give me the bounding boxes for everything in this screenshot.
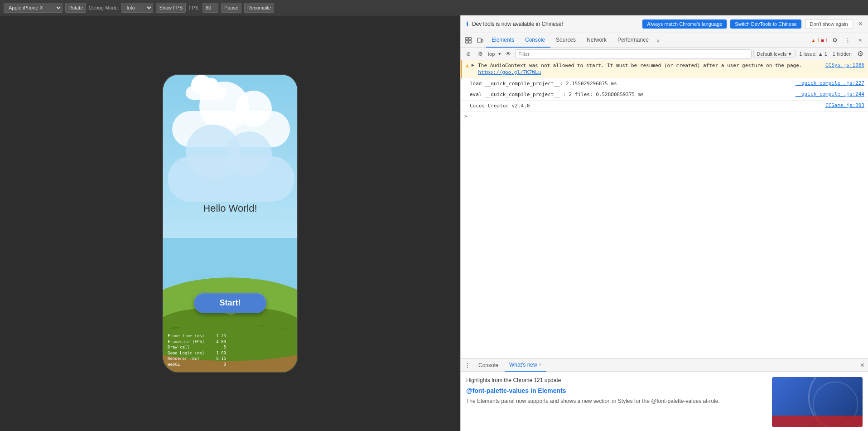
console-gear-icon[interactable]: ⚙ xyxy=(855,49,865,59)
cocos-source[interactable]: CCGame.js:393 xyxy=(825,102,864,108)
console-expand-row[interactable]: > xyxy=(461,111,868,122)
tab-network[interactable]: Network xyxy=(581,33,612,48)
debug-mode-label: Debug Mode: xyxy=(89,5,119,10)
fps-value-display: 60 xyxy=(203,3,218,13)
framerate-value: 4.83 xyxy=(212,339,226,345)
expand-arrow[interactable]: > xyxy=(464,113,468,119)
tab-console[interactable]: Console xyxy=(520,33,550,48)
match-language-button[interactable]: Always match Chrome's language xyxy=(642,19,727,29)
default-levels-button[interactable]: Default levels ▼ xyxy=(753,50,796,58)
svg-rect-17 xyxy=(469,41,471,43)
drawer-header: ⋮ Console What's new × × xyxy=(461,359,868,372)
audio-warning-link[interactable]: https://goo.gl/7K7WLu xyxy=(478,69,541,75)
svg-rect-15 xyxy=(469,38,471,40)
expand-icon[interactable]: ▶ xyxy=(472,62,475,68)
renderer-value: 0.15 xyxy=(212,356,226,362)
recompile-button[interactable]: Recompile xyxy=(244,3,274,13)
game-scene[interactable]: Hello World! xyxy=(163,75,297,372)
tab-elements[interactable]: Elements xyxy=(486,33,520,48)
fps-stats-overlay: Frame time (ms) 1.25 Framerate (FPS) 4.8… xyxy=(168,333,226,368)
webgl-label: WebGL xyxy=(168,362,211,368)
game-logic-label: Game Logic (ms) xyxy=(168,350,211,356)
console-filter-input[interactable] xyxy=(515,49,752,58)
drawer-close-icon[interactable]: × xyxy=(860,361,864,369)
whats-new-thumbnail xyxy=(772,377,863,427)
console-settings-icon[interactable]: ⚙ xyxy=(475,49,485,59)
cloud-lower xyxy=(168,156,294,202)
notification-close-icon[interactable]: × xyxy=(858,20,863,28)
renderer-label: Renderer (ms) xyxy=(168,356,211,362)
clear-console-icon[interactable]: ⊘ xyxy=(463,49,473,59)
top-context-label: top xyxy=(488,51,495,57)
tab-sources[interactable]: Sources xyxy=(550,33,581,48)
settings-icon[interactable]: ⚙ xyxy=(829,34,841,46)
more-options-icon[interactable]: ⋮ xyxy=(842,34,854,46)
main-area: Hello World! xyxy=(0,15,868,431)
hello-world-text: Hello World! xyxy=(203,203,257,214)
phone-screen: Hello World! xyxy=(163,75,297,372)
console-message-eval: eval __quick_compile_project__ : 2 files… xyxy=(461,89,868,100)
pause-button[interactable]: Pause xyxy=(221,3,241,13)
eval-text: eval __quick_compile_project__ : 2 files… xyxy=(470,91,793,98)
tabs-more-button[interactable]: » xyxy=(654,38,662,43)
top-dropdown-icon[interactable]: ▼ xyxy=(497,52,502,56)
thumb-red-bar xyxy=(772,416,863,427)
device-toggle-icon[interactable] xyxy=(474,34,486,46)
drawer-tab-whats-new[interactable]: What's new × xyxy=(505,359,546,372)
eval-source[interactable]: __quick_compile_.js:244 xyxy=(796,91,864,97)
svg-rect-18 xyxy=(477,38,481,43)
console-toolbar: ⊘ ⚙ top ▼ 👁 Default levels ▼ 1 Issue: ▲ … xyxy=(461,48,868,60)
console-message-cocos: Cocos Creator v2.4.0 CCGame.js:393 xyxy=(461,101,868,111)
console-eye-icon[interactable]: 👁 xyxy=(503,49,513,59)
drawer-tab-console[interactable]: Console xyxy=(474,359,503,372)
fps-stat-renderer: Renderer (ms) 0.15 xyxy=(168,356,226,362)
device-select[interactable]: Apple iPhone X xyxy=(4,3,63,13)
switch-devtools-button[interactable]: Switch DevTools to Chinese xyxy=(730,19,801,29)
warning-badge: ▲ 1 xyxy=(811,38,820,43)
simulator-area: Hello World! xyxy=(0,15,460,431)
svg-rect-19 xyxy=(482,39,483,42)
load-source[interactable]: __quick_compile_.js:227 xyxy=(796,80,864,86)
console-message-load: load __quick_compile_project__: 2.155029… xyxy=(461,78,868,89)
fps-stat-framerate: Framerate (FPS) 4.83 xyxy=(168,339,226,345)
draw-call-label: Draw call xyxy=(168,344,211,350)
start-button[interactable]: Start! xyxy=(194,293,266,313)
rotate-button[interactable]: Rotate xyxy=(65,3,86,13)
debug-mode-select[interactable]: Info xyxy=(121,3,153,13)
whats-new-tab-close-icon[interactable]: × xyxy=(539,362,542,367)
console-message-audio: ▲ ▶ The AudioContext was not allowed to … xyxy=(461,60,868,78)
devtools-close-main-icon[interactable]: × xyxy=(854,34,866,46)
fps-stat-frame-time: Frame time (ms) 1.25 xyxy=(168,333,226,339)
show-fps-button[interactable]: Show FPS xyxy=(156,3,186,13)
framerate-label: Framerate (FPS) xyxy=(168,339,211,345)
audio-warning-source[interactable]: CCSys.js:1086 xyxy=(825,62,864,68)
simulator-toolbar: Apple iPhone X Rotate Debug Mode: Info S… xyxy=(0,0,868,15)
svg-rect-16 xyxy=(466,41,468,43)
drawer-content: Highlights from the Chrome 121 update @f… xyxy=(461,372,868,431)
devtools-drawer: ⋮ Console What's new × × Highlights from… xyxy=(461,358,868,431)
fps-label: FPS: xyxy=(188,5,199,10)
warning-icon: ▲ xyxy=(466,63,469,68)
devtools-notification-bar: ℹ DevTools is now available in Chinese! … xyxy=(461,15,868,33)
frame-time-label: Frame time (ms) xyxy=(168,333,211,339)
draw-call-value: 5 xyxy=(212,344,226,350)
issues-count: 1 Issue: ▲ 1 xyxy=(797,50,829,58)
info-icon: ℹ xyxy=(466,20,468,28)
cocos-text: Cocos Creator v2.4.0 xyxy=(470,102,823,109)
notification-text: DevTools is now available in Chinese! xyxy=(472,21,639,27)
game-logic-value: 1.09 xyxy=(212,350,226,356)
dont-show-button[interactable]: Don't show again xyxy=(805,19,853,29)
error-badge: ■ 1 xyxy=(821,38,828,43)
tab-performance[interactable]: Performance xyxy=(612,33,654,48)
console-messages-area: ▲ ▶ The AudioContext was not allowed to … xyxy=(461,60,868,358)
thumbnail-preview xyxy=(772,377,863,427)
fps-stat-game-logic: Game Logic (ms) 1.09 xyxy=(168,350,226,356)
drawer-menu-icon[interactable]: ⋮ xyxy=(464,362,470,368)
audio-warning-text: The AudioContext was not allowed to star… xyxy=(478,62,823,76)
load-text: load __quick_compile_project__: 2.155029… xyxy=(470,80,793,87)
phone-frame: Hello World! xyxy=(162,74,298,373)
frame-time-value: 1.25 xyxy=(212,333,226,339)
svg-rect-14 xyxy=(466,38,468,40)
inspect-element-icon[interactable] xyxy=(463,34,474,46)
fps-stat-draw-call: Draw call 5 xyxy=(168,344,226,350)
